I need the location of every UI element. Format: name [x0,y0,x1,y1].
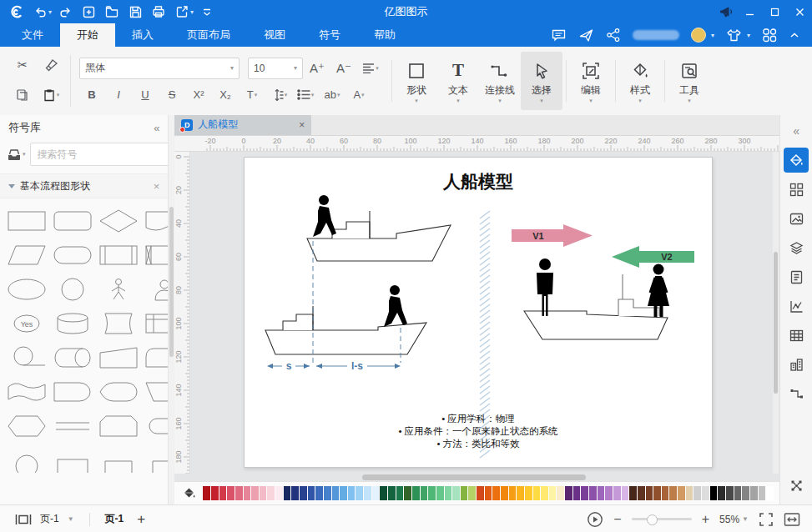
shape-predefined-process[interactable] [98,241,139,269]
color-swatch-f69e13[interactable] [509,486,517,500]
image-icon[interactable] [784,206,809,231]
auto-layout-icon[interactable] [784,473,809,498]
bullet-note-1[interactable]: • 应用学科：物理 [441,414,515,424]
page-tab[interactable]: 页-1 [105,512,124,526]
color-swatch-192a63[interactable] [284,486,291,500]
shape-ellipse[interactable] [7,275,47,304]
align-button[interactable]: ▾ [358,58,383,78]
color-swatch-86b440[interactable] [461,486,468,500]
add-page-button[interactable]: + [132,511,150,528]
color-swatch-8c52a9[interactable] [589,486,597,500]
open-folder-button[interactable] [102,3,122,21]
v1-arrow[interactable]: V1 [512,224,593,247]
shape-direct-data[interactable] [53,378,93,406]
avatar-caret[interactable]: ▾ [711,32,714,39]
symbol-library-icon[interactable] [784,177,809,202]
color-swatch-e4f2fd[interactable] [372,486,380,500]
shape-manual-operation[interactable] [98,344,139,372]
color-swatch-858585[interactable] [742,486,749,500]
document-tab-close-icon[interactable]: × [299,119,305,131]
menu-tab-插入[interactable]: 插入 [115,23,170,47]
bullet-list-button[interactable]: ▾ [293,85,318,105]
avatar[interactable] [691,28,706,43]
zoom-out-button[interactable]: − [613,512,621,527]
shape-terminator-small[interactable] [144,412,168,440]
color-swatch-666666[interactable] [734,486,742,500]
color-swatch-c2e3fa[interactable] [364,486,371,500]
color-swatch-d8b5e6[interactable] [622,486,629,500]
presentation-play-button[interactable] [587,511,603,528]
color-swatch-21337c[interactable] [291,486,299,500]
fullscreen-button[interactable] [759,512,774,527]
color-swatch-000000[interactable] [710,486,718,500]
standing-man[interactable] [537,258,553,316]
color-swatch-fab51d[interactable] [517,486,524,500]
color-swatch-48271b[interactable] [629,486,637,500]
superscript-button[interactable]: X² [186,85,211,105]
undo-button[interactable] [30,3,50,21]
color-swatch-f2870e[interactable] [501,486,508,500]
shape-display[interactable] [98,378,139,406]
shape-internal-2[interactable] [98,446,139,474]
color-swatch-3156a8[interactable] [308,486,315,500]
fill-style-icon[interactable] [784,148,809,173]
color-swatch-90502d[interactable] [653,486,661,500]
minimize-button[interactable] [737,0,762,23]
dimension-label-ls[interactable]: l-s [351,360,363,372]
color-swatch-f8d5dd[interactable] [267,486,275,500]
export-button[interactable] [172,3,192,21]
color-swatch-1c794c[interactable] [396,486,404,500]
walking-person-2[interactable] [384,285,407,327]
theme-caret[interactable]: ▾ [747,32,750,39]
color-swatch-2b2b2b[interactable] [718,486,725,500]
library-button[interactable]: ▾ [7,148,26,161]
shape-snip-rect[interactable] [98,412,139,440]
user-name[interactable] [633,30,679,40]
color-swatch-5f3321[interactable] [638,486,645,500]
shape-rounded-rectangle[interactable] [53,207,93,235]
color-swatch-50b876[interactable] [428,486,436,500]
underline-button[interactable]: U [133,85,158,105]
share-icon[interactable] [606,28,621,43]
redo-button[interactable] [55,3,75,21]
shape-document[interactable] [144,207,168,235]
symbol-section-header[interactable]: 基本流程图形状 × [0,173,168,198]
color-swatch-63ace3[interactable] [340,486,347,500]
color-swatch-fdc92c[interactable] [525,486,532,500]
shape-inverted-trapezoid[interactable] [144,378,168,406]
connector-tool-button[interactable]: 连接线▾ [479,52,521,110]
bold-button[interactable]: B [79,85,104,105]
table-icon[interactable] [784,323,809,348]
color-swatch-6a3286[interactable] [573,486,581,500]
decrease-font-button[interactable]: A⁻ [331,58,356,78]
shape-rectangle-2[interactable] [53,446,93,474]
color-swatch-d19a62[interactable] [678,486,685,500]
color-swatch-fff3a6[interactable] [549,486,557,500]
export-caret[interactable]: ▾ [190,8,194,16]
color-swatch-3b6bbc[interactable] [315,486,323,500]
color-swatch-9ed2f4[interactable] [356,486,363,500]
menu-tab-帮助[interactable]: 帮助 [357,23,412,47]
maximize-button[interactable] [762,0,787,23]
color-swatch-0d4f33[interactable] [380,486,387,500]
color-swatch-faeccb[interactable] [557,486,564,500]
edit-tool-button[interactable]: 编辑▾ [570,52,612,110]
color-swatch-c31f2d[interactable] [211,486,219,500]
symbol-search-input[interactable] [36,148,169,161]
fill-bucket-icon[interactable] [183,487,196,500]
select-tool-button[interactable]: 选择▾ [521,52,562,110]
cut-button[interactable]: ✂ [10,53,35,77]
color-swatch-dddddd[interactable] [702,486,709,500]
page-selector[interactable]: 页-1 [40,512,59,526]
color-swatch-3fa465[interactable] [421,486,428,500]
menu-tab-文件[interactable]: 文件 [5,23,60,47]
symbol-search-box[interactable] [30,143,169,166]
v2-arrow[interactable]: V2 [612,246,694,268]
chart-icon[interactable] [784,294,809,319]
line-spacing-button[interactable]: ▾ [266,85,291,105]
color-swatch-9e66ba[interactable] [598,486,605,500]
style-tool-button[interactable]: 样式▾ [619,52,661,110]
text-tool-button[interactable]: T文本▾ [437,52,479,110]
color-swatch-7fc0ee[interactable] [348,486,356,500]
zoom-slider-knob[interactable] [647,514,658,525]
